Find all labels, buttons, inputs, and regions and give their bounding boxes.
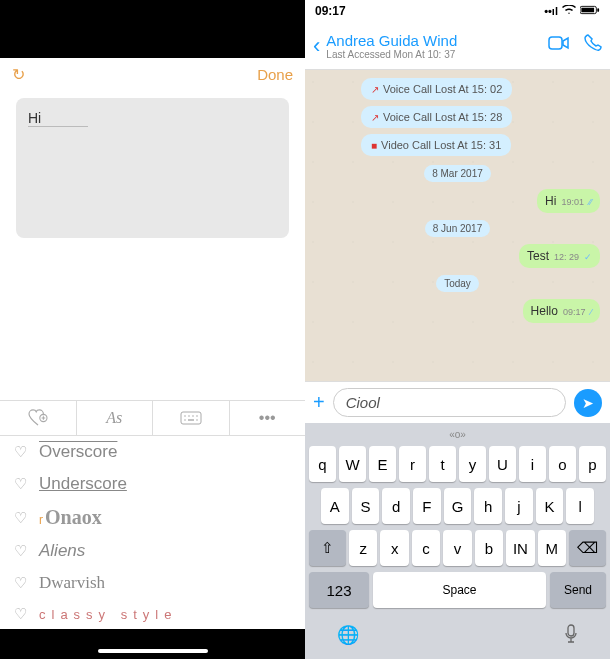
key-v[interactable]: v [443,530,471,566]
key-h[interactable]: h [474,488,502,524]
key-u[interactable]: U [489,446,516,482]
keyboard-row-1: q W E r t y U i o p [309,446,606,482]
video-call-icon[interactable] [548,34,570,57]
read-checks-icon: ⁄ [590,307,592,317]
svg-rect-11 [597,8,599,12]
call-lost-icon: ↗ [371,84,379,95]
key-i[interactable]: i [519,446,546,482]
keyboard-icon[interactable] [153,401,230,435]
font-item-onaox[interactable]: ♡ rOnaox [0,500,305,535]
heart-icon[interactable]: ♡ [14,443,27,461]
key-k[interactable]: K [536,488,564,524]
shift-key[interactable]: ⇧ [309,530,346,566]
done-button[interactable]: Done [257,66,293,83]
key-b[interactable]: b [475,530,503,566]
call-text: Voice Call Lost At 15: 28 [383,111,502,123]
font-item-classy[interactable]: ♡ classy style [0,599,305,629]
keyboard-footer: 🌐 [309,614,606,655]
key-w[interactable]: W [339,446,366,482]
wifi-icon [562,5,576,17]
key-g[interactable]: G [444,488,472,524]
font-toolbar: As ••• [0,400,305,436]
mic-icon[interactable] [564,624,578,649]
font-label: Underscore [39,474,127,494]
svg-point-6 [184,419,186,421]
key-e[interactable]: E [369,446,396,482]
key-s[interactable]: S [352,488,380,524]
message-out[interactable]: Test 12: 29 ✓ [519,244,600,268]
heart-icon[interactable]: ♡ [14,605,27,623]
attach-icon[interactable]: + [313,391,325,414]
backspace-key[interactable]: ⌫ [569,530,606,566]
font-label: classy style [39,607,177,622]
key-d[interactable]: d [382,488,410,524]
key-x[interactable]: x [380,530,408,566]
font-item-overscore[interactable]: ♡ Overscore [0,436,305,468]
read-checks-icon: ⁄⁄ [589,197,592,207]
date-separator: 8 Mar 2017 [424,165,491,182]
message-out[interactable]: Hello 09:17 ⁄ [523,299,600,323]
refresh-icon[interactable]: ↻ [12,65,25,84]
svg-point-3 [188,415,190,417]
message-text: Test [527,249,549,263]
favorite-add-icon[interactable] [0,401,77,435]
font-item-aliens[interactable]: ♡ Aliens [0,535,305,567]
svg-point-2 [184,415,186,417]
key-t[interactable]: t [429,446,456,482]
keyboard: «o» q W E r t y U i o p A S d F G h j K … [305,423,610,659]
key-z[interactable]: z [349,530,377,566]
status-icons: ••ıl [544,5,600,17]
home-indicator[interactable] [98,649,208,653]
key-a[interactable]: A [321,488,349,524]
call-event[interactable]: ↗ Voice Call Lost At 15: 02 [361,78,512,100]
message-input[interactable]: Ciool [333,388,566,417]
heart-icon[interactable]: ♡ [14,542,27,560]
call-text: Video Call Lost At 15: 31 [381,139,501,151]
message-time: 19:01 [561,197,584,207]
key-r[interactable]: r [399,446,426,482]
heart-icon[interactable]: ♡ [14,475,27,493]
note-textarea[interactable]: Hi [16,98,289,238]
globe-icon[interactable]: 🌐 [337,624,359,649]
message-out[interactable]: Hi 19:01 ⁄⁄ [537,189,600,213]
svg-rect-13 [568,625,574,636]
battery-icon [580,5,600,17]
date-separator: 8 Jun 2017 [425,220,491,237]
key-p[interactable]: p [579,446,606,482]
key-f[interactable]: F [413,488,441,524]
font-label: Aliens [39,541,85,561]
numeric-key[interactable]: 123 [309,572,369,608]
font-item-dwarvish[interactable]: ♡ Dwarvish [0,567,305,599]
key-n[interactable]: IN [506,530,534,566]
space-key[interactable]: Space [373,572,546,608]
video-lost-icon: ■ [371,140,377,151]
message-time: 12: 29 [554,252,579,262]
keyboard-send-key[interactable]: Send [550,572,606,608]
key-j[interactable]: j [505,488,533,524]
key-y[interactable]: y [459,446,486,482]
svg-point-8 [196,419,198,421]
left-header: ↻ Done [0,58,305,90]
key-c[interactable]: c [412,530,440,566]
key-q[interactable]: q [309,446,336,482]
heart-icon[interactable]: ♡ [14,509,27,527]
call-event[interactable]: ↗ Voice Call Lost At 15: 28 [361,106,512,128]
chat-area[interactable]: ↗ Voice Call Lost At 15: 02 ↗ Voice Call… [305,70,610,381]
voice-call-icon[interactable] [584,34,602,57]
back-icon[interactable]: ‹ [313,33,320,59]
call-event[interactable]: ■ Video Call Lost At 15: 31 [361,134,511,156]
key-l[interactable]: l [566,488,594,524]
status-bar: 09:17 ••ıl [305,0,610,22]
message-input-bar: + Ciool ➤ [305,381,610,423]
send-button[interactable]: ➤ [574,389,602,417]
key-o[interactable]: o [549,446,576,482]
more-button[interactable]: ••• [230,401,306,435]
svg-rect-7 [188,419,194,420]
contact-info[interactable]: Andrea Guida Wind Last Accessed Mon At 1… [326,32,542,60]
contact-name: Andrea Guida Wind [326,32,542,49]
text-style-button[interactable]: As [77,401,154,435]
heart-icon[interactable]: ♡ [14,574,27,592]
font-item-underscore[interactable]: ♡ Underscore [0,468,305,500]
key-m[interactable]: M [538,530,566,566]
status-time: 09:17 [315,4,346,18]
